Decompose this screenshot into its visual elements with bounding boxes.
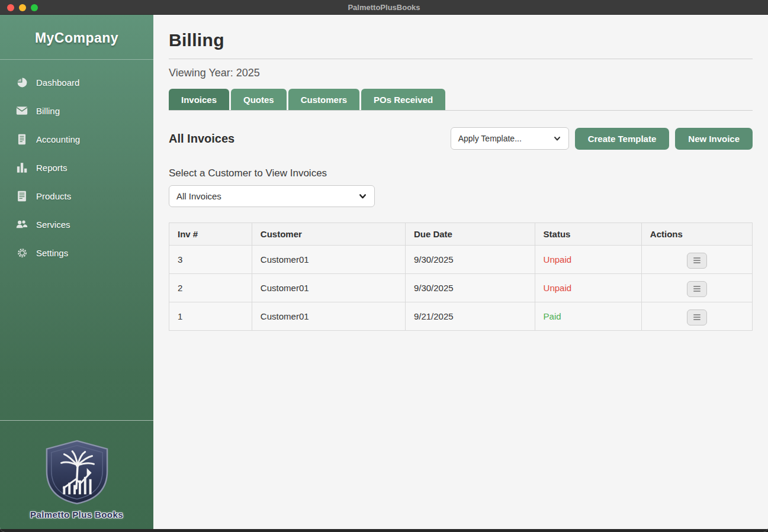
sidebar-item-settings[interactable]: Settings [0,238,153,267]
sidebar-item-label: Services [36,220,70,230]
sidebar-item-label: Dashboard [36,78,79,88]
viewing-year: Viewing Year: 2025 [169,67,753,79]
tab-pos-received[interactable]: POs Received [361,89,445,110]
sidebar: MyCompany DashboardBillingAccountingRepo… [0,15,153,529]
sidebar-nav: DashboardBillingAccountingReportsProduct… [0,68,153,267]
sidebar-item-label: Accounting [36,134,80,144]
customer-name: Customer01 [252,302,405,331]
window-title: PalmettoPlusBooks [348,3,420,12]
actions-cell [641,274,752,302]
sidebar-item-label: Products [36,191,71,201]
close-window-icon[interactable] [7,4,14,11]
tab-bar: InvoicesQuotesCustomersPOs Received [169,89,753,111]
table-row: 2Customer019/30/2025Unpaid [169,274,753,302]
people-icon [16,218,28,230]
sidebar-item-accounting[interactable]: Accounting [0,125,153,153]
row-actions-menu-button[interactable] [687,281,707,297]
tab-customers[interactable]: Customers [288,89,359,110]
chevron-down-icon [358,192,367,201]
pie-chart-icon [16,76,28,88]
page-title: Billing [169,30,753,50]
sidebar-item-billing[interactable]: Billing [0,96,153,125]
apply-template-select[interactable]: Apply Template... [451,127,569,150]
inv-number: 1 [169,302,252,331]
customer-select[interactable]: All Invoices [169,185,375,207]
customer-name: Customer01 [252,274,405,302]
brand: MyCompany [0,15,153,60]
status-value: Unpaid [535,274,641,302]
sidebar-item-label: Reports [36,163,68,173]
inv-number: 3 [169,246,252,274]
column-header: Due Date [405,223,535,246]
list-icon [16,190,28,202]
inv-number: 2 [169,274,252,302]
logo-area: Palmetto Plus Books [0,421,153,529]
table-row: 1Customer019/21/2025Paid [169,302,753,331]
row-actions-menu-button[interactable] [687,253,707,269]
section-title: All Invoices [169,132,234,146]
tab-quotes[interactable]: Quotes [231,89,287,110]
receipt-icon [16,133,28,145]
sidebar-item-dashboard[interactable]: Dashboard [0,68,153,96]
actions-cell [641,246,752,274]
row-actions-menu-button[interactable] [687,309,707,325]
customer-select-label: Select a Customer to View Invoices [169,167,753,179]
sidebar-item-services[interactable]: Services [0,210,153,238]
column-header: Actions [641,223,752,246]
hamburger-icon [693,286,700,287]
window-bottom-edge [0,529,768,532]
invoices-table: Inv #CustomerDue DateStatusActions 3Cust… [169,223,753,331]
column-header: Inv # [169,223,252,246]
invoice-controls: Apply Template... Create Template New In… [451,127,753,150]
zoom-window-icon[interactable] [31,4,38,11]
create-template-button[interactable]: Create Template [575,128,670,150]
sidebar-item-label: Billing [36,106,60,116]
sidebar-item-products[interactable]: Products [0,182,153,210]
sidebar-item-label: Settings [36,248,68,258]
column-header: Status [535,223,641,246]
table-row: 3Customer019/30/2025Unpaid [169,246,753,274]
customer-name: Customer01 [252,246,405,274]
table-header-row: Inv #CustomerDue DateStatusActions [169,223,753,246]
title-divider [169,59,753,59]
status-value: Paid [535,302,641,331]
due-date: 9/21/2025 [405,302,535,331]
titlebar: PalmettoPlusBooks [0,0,768,15]
hamburger-icon [693,314,700,315]
gear-icon [16,247,28,259]
apply-template-value: Apply Template... [458,134,522,143]
table-body: 3Customer019/30/2025Unpaid2Customer019/3… [169,246,753,331]
logo-text: Palmetto Plus Books [30,510,123,520]
app-window: PalmettoPlusBooks MyCompany DashboardBil… [0,0,768,532]
main-content: Billing Viewing Year: 2025 InvoicesQuote… [153,15,768,529]
tab-invoices[interactable]: Invoices [169,89,229,110]
new-invoice-button[interactable]: New Invoice [675,128,753,150]
status-value: Unpaid [535,246,641,274]
customer-select-value: All Invoices [176,191,221,201]
hamburger-icon [693,257,700,259]
mail-icon [16,105,28,117]
due-date: 9/30/2025 [405,246,535,274]
palmetto-shield-logo [42,439,112,505]
due-date: 9/30/2025 [405,274,535,302]
bar-chart-icon [16,162,28,173]
sidebar-item-reports[interactable]: Reports [0,153,153,182]
company-name: MyCompany [0,30,153,46]
traffic-lights [7,0,38,15]
actions-cell [641,302,752,331]
minimize-window-icon[interactable] [19,4,26,11]
chevron-down-icon [553,134,561,143]
column-header: Customer [252,223,405,246]
